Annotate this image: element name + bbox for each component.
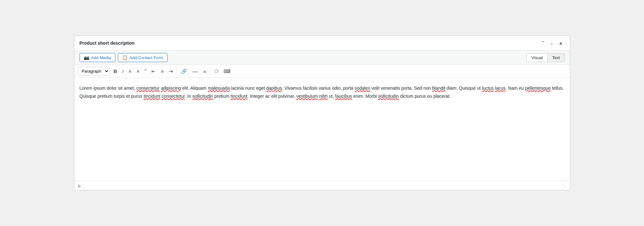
table-icon: ⚆ xyxy=(214,68,218,74)
bold-button[interactable]: B xyxy=(111,68,120,75)
fullscreen-icon: ⨉ xyxy=(203,68,206,74)
add-media-icon: 📷 xyxy=(84,55,89,60)
view-toggle: Visual Text xyxy=(526,53,564,62)
add-media-label: Add Media xyxy=(91,55,111,60)
link-button[interactable]: 🔗 xyxy=(179,68,189,75)
toolbar-separator-2 xyxy=(210,68,210,75)
hr-icon: ― xyxy=(192,68,198,75)
editor-content: Lorem ipsum dolor sit amet, consectetur … xyxy=(80,84,565,100)
quote-icon: “ xyxy=(145,68,147,74)
link-icon: 🔗 xyxy=(181,68,187,74)
editor-header: Product short description ⌃ ⌄ ▲ xyxy=(74,36,570,50)
align-left-icon: ⇤ xyxy=(151,68,156,74)
editor-title: Product short description xyxy=(80,41,135,46)
toolbar-row: 📷 Add Media 📋 Add Contact Form Visual Te… xyxy=(74,50,570,65)
collapse-down-button[interactable]: ⌄ xyxy=(548,40,555,46)
editor-body[interactable]: Lorem ipsum dolor sit amet, consectetur … xyxy=(74,78,570,181)
add-media-button[interactable]: 📷 Add Media xyxy=(80,53,115,62)
ul-icon: ≡ xyxy=(129,68,132,74)
toolbar-left: 📷 Add Media 📋 Add Contact Form xyxy=(80,53,168,62)
align-right-button[interactable]: ⇥ xyxy=(167,68,175,75)
italic-button[interactable]: I xyxy=(120,68,126,75)
paragraph-select[interactable]: Paragraph Heading 1 Heading 2 Heading 3 xyxy=(78,67,110,76)
align-right-icon: ⇥ xyxy=(169,68,173,74)
add-contact-label: Add Contact Form xyxy=(130,55,164,60)
ol-button[interactable]: ≠ xyxy=(134,68,141,75)
toolbar-separator-1 xyxy=(177,68,177,75)
editor-footer: p ⋱ xyxy=(74,181,570,190)
header-controls: ⌃ ⌄ ▲ xyxy=(540,40,565,46)
collapse-up-button[interactable]: ⌃ xyxy=(540,40,546,46)
text-view-button[interactable]: Text xyxy=(548,54,564,62)
table-button[interactable]: ⚆ xyxy=(212,68,221,75)
visual-view-button[interactable]: Visual xyxy=(527,54,547,62)
blockquote-button[interactable]: “ xyxy=(142,67,149,75)
align-left-button[interactable]: ⇤ xyxy=(149,68,158,75)
hr-button[interactable]: ― xyxy=(190,67,200,76)
path-label: p xyxy=(78,183,81,188)
ol-icon: ≠ xyxy=(137,68,139,74)
resize-handle[interactable]: ⋱ xyxy=(562,183,566,188)
editor-panel: Product short description ⌃ ⌄ ▲ 📷 Add Me… xyxy=(74,36,570,190)
keyboard-icon: ⌨ xyxy=(224,68,231,74)
fullscreen-button[interactable]: ⨉ xyxy=(201,68,208,75)
ul-button[interactable]: ≡ xyxy=(127,68,134,75)
align-center-icon: ≡ xyxy=(161,68,164,74)
close-panel-button[interactable]: ▲ xyxy=(557,40,565,46)
format-toolbar: Paragraph Heading 1 Heading 2 Heading 3 … xyxy=(74,65,570,78)
italic-icon: I xyxy=(122,68,123,74)
bold-icon: B xyxy=(114,68,117,74)
add-contact-form-button[interactable]: 📋 Add Contact Form xyxy=(118,53,168,62)
keyboard-button[interactable]: ⌨ xyxy=(221,68,233,75)
align-center-button[interactable]: ≡ xyxy=(159,68,166,75)
contact-form-icon: 📋 xyxy=(122,55,128,60)
